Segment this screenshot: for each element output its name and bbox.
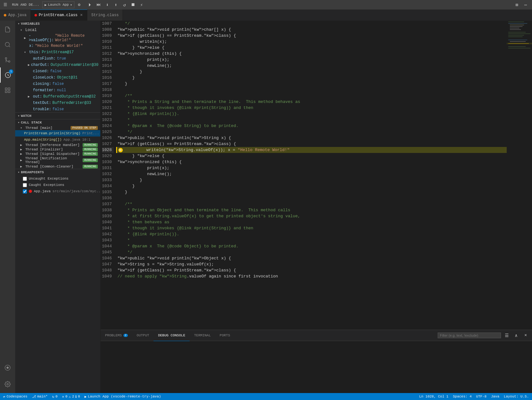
activity-codespaces[interactable]: [0, 360, 15, 375]
code-line[interactable]: * at first String.valueOf(x) to get the …: [116, 213, 507, 219]
code-line[interactable]: "kw">public "kw">void println("kw">char[…: [116, 27, 507, 33]
code-line[interactable]: */: [116, 129, 507, 135]
code-line[interactable]: * then behaves as: [116, 219, 507, 225]
activity-extensions[interactable]: [0, 83, 15, 98]
code-line[interactable]: * Prints a String and then terminate the…: [116, 99, 507, 105]
bp-caught[interactable]: Caught Exceptions: [15, 182, 100, 188]
callstack-header[interactable]: ▾ CALL STACK: [15, 119, 100, 126]
status-layout[interactable]: Layout: U.S.: [504, 395, 529, 398]
var-valueof[interactable]: ▶ ->valueOf(): "Hello Remote World!": [15, 33, 100, 43]
code-line[interactable]: * though it invokes {@link #print(String…: [116, 105, 507, 111]
code-line[interactable]: */: [116, 249, 507, 255]
code-line[interactable]: newLine();: [116, 63, 507, 69]
code-line[interactable]: /**: [116, 93, 507, 99]
code-line[interactable]: "kw">if (getClass() == PrintStream."kw">…: [116, 267, 507, 273]
var-closed[interactable]: closed: false: [15, 68, 100, 74]
hamburger-icon[interactable]: ☰: [3, 2, 8, 8]
status-branch[interactable]: ⎇ main*: [32, 395, 48, 399]
code-line[interactable]: "kw">synchronized (this) {: [116, 51, 507, 57]
var-x[interactable]: x: "Hello Remote World!": [15, 43, 100, 49]
code-line[interactable]: }: [116, 81, 507, 87]
code-line[interactable]: } "kw">else {: [116, 153, 507, 159]
collapse-panel-icon[interactable]: ∧: [512, 332, 520, 339]
tab-terminal[interactable]: TERMINAL: [190, 330, 215, 341]
var-out[interactable]: ▶ out: BufferedOutputStream@32: [15, 93, 100, 100]
code-line[interactable]: [116, 195, 507, 201]
bp-appjava-checkbox[interactable]: [23, 189, 27, 194]
code-line[interactable]: } "kw">else {: [116, 45, 507, 51]
activity-source-control[interactable]: [0, 52, 15, 67]
breakpoints-header[interactable]: ▾ BREAKPOINTS: [15, 169, 100, 175]
thread-finalizer[interactable]: ▶ Thread [Finalizer] RUNNING: [15, 147, 100, 152]
code-line[interactable]: "kw">String s = "kw">String.valueOf(x);: [116, 261, 507, 267]
code-line[interactable]: "kw">public "kw">void println("kw">Objec…: [116, 255, 507, 261]
bp-uncaught-checkbox[interactable]: [23, 177, 27, 181]
code-line[interactable]: "kw">if (getClass() == PrintStream."kw">…: [116, 141, 507, 147]
code-line[interactable]: * {@link #println()}.: [116, 231, 507, 237]
local-group[interactable]: ▾ Local: [15, 27, 100, 33]
status-errors[interactable]: ✕ 0 ⚠ 2 ℹ 0: [62, 395, 80, 399]
code-line[interactable]: }: [116, 183, 507, 189]
code-line[interactable]: ▶ writeln("kw">String.valueOf(x)); x = "…: [116, 147, 507, 153]
filter-input[interactable]: [438, 333, 501, 338]
tab-ports[interactable]: PORTS: [215, 330, 235, 341]
stack-frame-app[interactable]: App.main(String[]) App.java 10:1: [15, 137, 100, 143]
code-content[interactable]: */ "kw">public "kw">void println("kw">ch…: [116, 21, 507, 330]
activity-settings[interactable]: [0, 377, 15, 392]
layout-icon[interactable]: ⊞: [513, 1, 521, 8]
gear-icon[interactable]: ⚙: [76, 2, 82, 8]
code-line[interactable]: * {@link #println()}.: [116, 111, 507, 117]
code-line[interactable]: }: [116, 69, 507, 75]
code-line[interactable]: * @param x The {@code Object} to be prin…: [116, 243, 507, 249]
thread-main[interactable]: ▾ Thread [main] PAUSED ON STEP: [15, 126, 100, 130]
var-textout[interactable]: textOut: BufferedWriter@33: [15, 100, 100, 106]
watch-header[interactable]: ▾ WATCH: [15, 113, 100, 119]
minimap[interactable]: [507, 21, 532, 330]
status-position[interactable]: Ln 1028, Col 1: [419, 395, 448, 398]
var-closing[interactable]: closing: false: [15, 81, 100, 87]
variables-section-header[interactable]: ▾ VARIABLES: [15, 21, 100, 27]
tab-app-java[interactable]: App.java: [0, 10, 31, 21]
var-charout[interactable]: ▶ charOut: OutputStreamWriter@30: [15, 62, 100, 68]
code-line[interactable]: }: [116, 75, 507, 81]
status-spaces[interactable]: Spaces: 4: [453, 395, 472, 398]
status-run[interactable]: ▶ Launch App (vscode-remote-try-java): [84, 395, 161, 399]
tab-problems[interactable]: PROBLEMS 2: [101, 330, 132, 341]
code-line[interactable]: print(x);: [116, 165, 507, 171]
debug-hotspot[interactable]: ⚡: [138, 1, 145, 8]
list-view-icon[interactable]: ☰: [503, 332, 510, 339]
activity-explorer[interactable]: [0, 22, 15, 37]
panel-content[interactable]: [101, 341, 532, 393]
tab-output[interactable]: OUTPUT: [132, 330, 154, 341]
code-line[interactable]: [116, 87, 507, 93]
activity-search[interactable]: [0, 37, 15, 52]
status-encoding[interactable]: UTF-8: [476, 395, 486, 398]
var-this[interactable]: ▾ this: PrintStream@17: [15, 49, 100, 55]
bp-caught-checkbox[interactable]: [23, 183, 27, 187]
code-line[interactable]: *: [116, 237, 507, 243]
bp-uncaught[interactable]: Uncaught Exceptions: [15, 175, 100, 182]
sidebar-scroll[interactable]: ▾ VARIABLES ▾ Local ▶ ->valueOf(): "Hell…: [15, 21, 100, 393]
bp-appjava[interactable]: App.java src/main/java/com/myc... 10: [15, 188, 100, 194]
code-line[interactable]: writeln(x);: [116, 39, 507, 45]
var-closelock[interactable]: closeLock: Object@31: [15, 74, 100, 81]
debug-continue[interactable]: ⏵: [86, 1, 94, 8]
status-remote[interactable]: ⇌ Codespaces: [3, 395, 28, 399]
code-line[interactable]: /**: [116, 201, 507, 207]
status-sync[interactable]: ↻ 0: [52, 395, 58, 399]
launch-dropdown[interactable]: ▶ Launch App ▾: [42, 1, 74, 8]
tab-close-printstream[interactable]: ×: [79, 13, 83, 18]
stack-frame-printstream[interactable]: PrintStream.println(String) Print...: [15, 130, 100, 137]
code-line[interactable]: }: [116, 177, 507, 183]
status-language[interactable]: Java: [491, 395, 499, 398]
code-line[interactable]: * though it invokes {@link #print(String…: [116, 225, 507, 231]
debug-stop[interactable]: ⏹: [129, 1, 137, 8]
debug-restart[interactable]: ↺: [121, 1, 128, 8]
tab-debug-console[interactable]: DEBUG CONSOLE: [153, 330, 190, 341]
code-line[interactable]: }: [116, 189, 507, 195]
var-autoflush[interactable]: autoFlush: true: [15, 55, 100, 62]
thread-reference-handler[interactable]: ▶ Thread [Reference Handler] RUNNING: [15, 143, 100, 147]
activity-debug[interactable]: 1: [0, 67, 15, 83]
close-panel-icon[interactable]: ×: [522, 332, 529, 339]
var-formatter[interactable]: formatter: null: [15, 87, 100, 93]
